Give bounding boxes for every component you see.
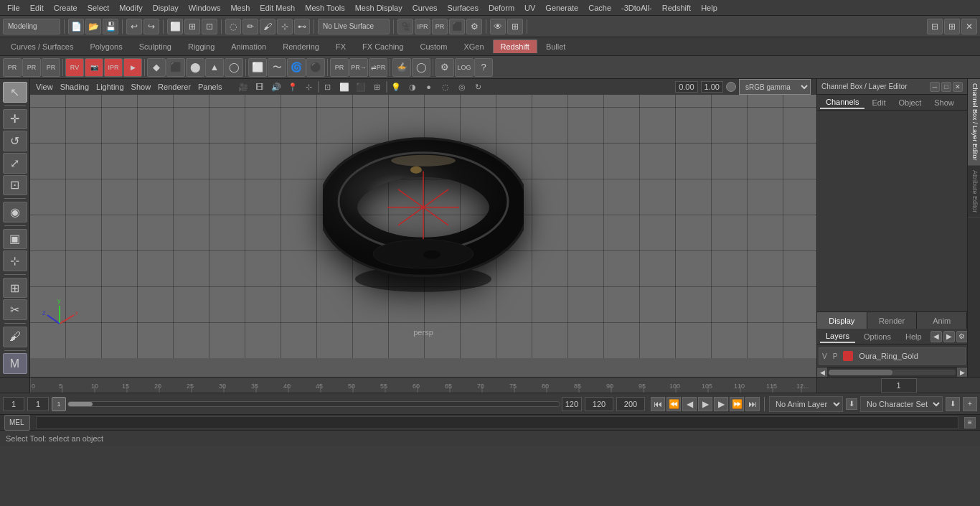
menu-cache[interactable]: Cache [584, 2, 616, 14]
playback-end-input[interactable] [616, 397, 645, 411]
rs-cam-icon[interactable]: 📷 [85, 58, 103, 77]
vtab-channel-box[interactable]: Channel Box / Layer Editor [968, 79, 980, 166]
panel-icon[interactable]: ⊞ [944, 19, 960, 34]
paint-btn[interactable]: 🖌 [3, 327, 27, 347]
menu-create[interactable]: Create [50, 2, 82, 14]
menu-deform[interactable]: Deform [484, 2, 519, 14]
layout-icon[interactable]: ⊟ [927, 19, 943, 34]
vp-menu-renderer[interactable]: Renderer [158, 83, 191, 91]
close-panel-icon[interactable]: ✕ [961, 19, 977, 34]
rp-minimize-icon[interactable]: ─ [930, 82, 940, 92]
menu-redshift[interactable]: Redshift [658, 2, 695, 14]
layer-row-oura[interactable]: V P Oura_Ring_Gold [819, 347, 966, 365]
char-set-icon[interactable]: ⬇ [946, 397, 960, 411]
paint-sel-icon[interactable]: ✏ [242, 19, 258, 34]
tab-animation[interactable]: Animation [223, 39, 274, 53]
snap-btn[interactable]: ⊹ [3, 250, 27, 271]
rs-render-icon[interactable]: PR [42, 58, 60, 77]
undo-icon[interactable]: ↩ [126, 19, 142, 34]
save-scene-icon[interactable]: 💾 [103, 19, 118, 34]
torus-icon[interactable]: ◯ [225, 58, 243, 77]
open-scene-icon[interactable]: 📂 [85, 19, 101, 34]
tab-polygons[interactable]: Polygons [82, 39, 130, 53]
vp-refresh-icon[interactable]: ↻ [471, 80, 486, 94]
paint2-icon[interactable]: 🖌 [260, 19, 275, 34]
rotate-tool-btn[interactable]: ↺ [3, 131, 27, 151]
vtab-attribute-editor[interactable]: Attribute Editor [968, 166, 980, 218]
rp-tab-help[interactable]: Help [900, 331, 928, 342]
rs-log-icon[interactable]: LOG [455, 58, 473, 77]
vp-cam-icon[interactable]: 🎥 [235, 80, 251, 94]
menu-mesh-display[interactable]: Mesh Display [351, 2, 407, 14]
menu-uv[interactable]: UV [520, 2, 540, 14]
menu-windows[interactable]: Windows [184, 2, 225, 14]
no-char-set-dropdown[interactable]: No Character Set [860, 396, 943, 412]
gamma-dropdown[interactable]: sRGB gamma [739, 79, 811, 95]
ipr-icon1[interactable]: IPR [415, 19, 430, 34]
vp-wireframe-icon[interactable]: ⊡ [320, 80, 336, 94]
diamond-icon[interactable]: ◆ [147, 58, 166, 77]
display-icon[interactable]: 👁 [490, 19, 506, 34]
pb-ffwd-btn[interactable]: ⏭ [745, 397, 760, 411]
tl-ruler[interactable]: 0 5 10 15 20 25 30 35 40 45 50 [30, 378, 816, 393]
anim-layer-icon[interactable]: ⬇ [846, 398, 857, 410]
layer-color-swatch[interactable] [843, 351, 853, 361]
scroll-right-btn[interactable]: ▶ [957, 367, 967, 378]
workspace-dropdown[interactable]: Modeling [3, 19, 60, 34]
no-live-surface-btn[interactable]: No Live Surface [318, 19, 390, 34]
language-btn[interactable]: MEL [4, 415, 30, 431]
move-tool-btn[interactable]: ✛ [3, 109, 27, 130]
tab-fx-caching[interactable]: FX Caching [354, 39, 411, 53]
rp-close-icon[interactable]: ✕ [953, 82, 963, 92]
menu-edit-mesh[interactable]: Edit Mesh [255, 2, 299, 14]
rp-scrollbar[interactable]: ◀ ▶ [817, 367, 967, 377]
pb-rewind-btn[interactable]: ⏮ [651, 397, 665, 411]
quick-sel-icon[interactable]: ⊹ [277, 19, 293, 34]
grid-icon[interactable]: ⊞ [507, 19, 523, 34]
no-anim-layer-dropdown[interactable]: No Anim Layer [769, 396, 843, 412]
tab-sculpting[interactable]: Sculpting [131, 39, 179, 53]
rp-tab-show[interactable]: Show [928, 97, 960, 108]
menu-modify[interactable]: Modify [115, 2, 146, 14]
rp-tab-edit[interactable]: Edit [866, 97, 891, 108]
vp-motblur-icon[interactable]: ◌ [438, 80, 453, 94]
slider-handle[interactable]: 1 [52, 397, 66, 411]
rs-ipr4-icon[interactable]: ▶ [123, 58, 142, 77]
rp-maximize-icon[interactable]: □ [941, 82, 951, 92]
timeline-ruler[interactable]: 0 5 10 15 20 25 30 35 40 45 50 [0, 377, 980, 393]
frame-start-input[interactable] [3, 397, 24, 411]
marquee-btn[interactable]: ▣ [3, 229, 27, 250]
pb-next-btn[interactable]: ▶ [714, 397, 728, 411]
vp-audio-icon[interactable]: 🔊 [268, 80, 284, 94]
menu-help[interactable]: Help [697, 2, 722, 14]
layer-prev-icon[interactable]: ◀ [930, 331, 942, 342]
snap-grid-icon[interactable]: ⊞ [184, 19, 200, 34]
maya-logo-btn[interactable]: M [3, 353, 27, 374]
vp-shadow-icon[interactable]: ◑ [405, 80, 420, 94]
tab-xgen[interactable]: XGen [456, 39, 491, 53]
vp-film-icon[interactable]: 🎞 [252, 80, 268, 94]
food-icon[interactable]: 🍲 [392, 58, 411, 77]
scroll-left-btn[interactable]: ◀ [817, 367, 827, 378]
transform-tool-btn[interactable]: ⊡ [3, 175, 27, 196]
menu-display[interactable]: Display [149, 2, 183, 14]
vp-light-icon[interactable]: 💡 [388, 80, 404, 94]
sel-constraint-icon[interactable]: ⊷ [294, 19, 310, 34]
scroll-track[interactable] [829, 370, 956, 375]
tab-rigging[interactable]: Rigging [180, 39, 222, 53]
cube-icon[interactable]: ⬛ [166, 58, 185, 77]
ball-icon[interactable]: ⚫ [306, 58, 325, 77]
vp-smooth-icon[interactable]: ⬜ [336, 80, 352, 94]
tab-redshift[interactable]: Redshift [493, 39, 537, 53]
tab-fx[interactable]: FX [328, 39, 354, 53]
rp-tab-object[interactable]: Object [892, 97, 927, 108]
render-icon[interactable]: ⬛ [449, 19, 465, 34]
tab-rendering[interactable]: Rendering [275, 39, 327, 53]
rp-tab-layers[interactable]: Layers [820, 330, 855, 343]
vp-ao-icon[interactable]: ● [421, 80, 437, 94]
menu-surfaces[interactable]: Surfaces [443, 2, 483, 14]
script-editor-btn[interactable]: ≡ [964, 417, 976, 428]
layer-next-icon[interactable]: ▶ [943, 331, 955, 342]
vp-menu-shading[interactable]: Shading [60, 83, 89, 91]
tab-curves-surfaces[interactable]: Curves / Surfaces [3, 39, 81, 53]
